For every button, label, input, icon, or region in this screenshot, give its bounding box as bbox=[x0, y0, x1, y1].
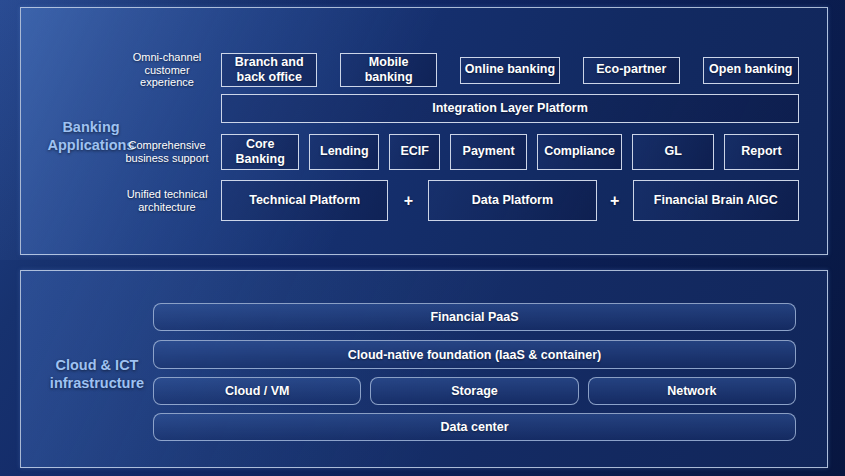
omni-channel-row-label: Omni-channel customer experience bbox=[121, 53, 213, 87]
box-compliance: Compliance bbox=[537, 134, 622, 170]
business-support-row-content: Core Banking Lending ECIF Payment Compli… bbox=[221, 134, 799, 170]
box-cloud-native-foundation: Cloud-native foundation (IaaS & containe… bbox=[153, 340, 796, 369]
business-support-row-label: Comprehensive business support bbox=[121, 134, 213, 170]
box-technical-platform: Technical Platform bbox=[221, 180, 388, 221]
integration-layer-row: Integration Layer Platform bbox=[221, 94, 799, 123]
banking-applications-panel: Banking Applications Omni-channel custom… bbox=[20, 7, 828, 255]
cloud-ict-infrastructure-panel: Cloud & ICT infrastructure Financial Paa… bbox=[20, 270, 828, 468]
financial-paas-row: Financial PaaS bbox=[153, 303, 796, 331]
box-branch-and-back-office: Branch and back office bbox=[221, 53, 317, 87]
plus-connector: + bbox=[388, 192, 428, 210]
box-eco-partner: Eco-partner bbox=[583, 57, 679, 84]
box-data-platform: Data Platform bbox=[428, 180, 596, 221]
unified-architecture-row-label: Unified technical architecture bbox=[121, 180, 213, 221]
omni-channel-row: Omni-channel customer experience Branch … bbox=[121, 53, 799, 87]
box-financial-paas: Financial PaaS bbox=[153, 303, 796, 331]
box-financial-brain-aigc: Financial Brain AIGC bbox=[633, 180, 799, 221]
plus-connector: + bbox=[597, 192, 633, 210]
omni-channel-row-content: Branch and back office Mobile banking On… bbox=[221, 53, 799, 87]
box-gl: GL bbox=[632, 134, 714, 170]
cloud-native-foundation-row: Cloud-native foundation (IaaS & containe… bbox=[153, 340, 796, 369]
box-payment: Payment bbox=[450, 134, 527, 170]
box-ecif: ECIF bbox=[389, 134, 440, 170]
box-core-banking: Core Banking bbox=[221, 134, 299, 170]
unified-architecture-row-content: Technical Platform + Data Platform + Fin… bbox=[221, 180, 799, 221]
cloud-ict-section-label: Cloud & ICT infrastructure bbox=[35, 356, 159, 392]
box-integration-layer-platform: Integration Layer Platform bbox=[221, 94, 799, 123]
box-network: Network bbox=[588, 377, 796, 405]
box-storage: Storage bbox=[370, 377, 578, 405]
box-mobile-banking: Mobile banking bbox=[340, 53, 436, 87]
box-data-center: Data center bbox=[153, 413, 796, 441]
box-report: Report bbox=[724, 134, 799, 170]
architecture-diagram: Banking Applications Omni-channel custom… bbox=[0, 0, 845, 476]
business-support-row: Comprehensive business support Core Bank… bbox=[121, 134, 799, 170]
box-open-banking: Open banking bbox=[703, 57, 799, 84]
unified-architecture-row: Unified technical architecture Technical… bbox=[121, 180, 799, 221]
data-center-row: Data center bbox=[153, 413, 796, 441]
box-cloud-vm: Cloud / VM bbox=[153, 377, 361, 405]
box-online-banking: Online banking bbox=[460, 57, 560, 84]
iaas-resources-row: Cloud / VM Storage Network bbox=[153, 377, 796, 405]
box-lending: Lending bbox=[309, 134, 379, 170]
